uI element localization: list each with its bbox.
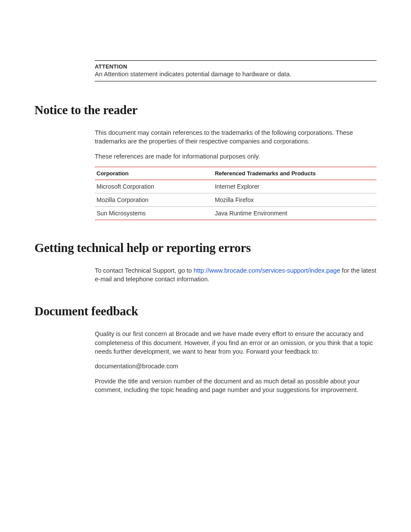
heading-support: Getting technical help or reporting erro… xyxy=(34,241,377,255)
attention-text: An Attention statement indicates potenti… xyxy=(95,71,377,78)
table-header-corporation: Corporation xyxy=(95,167,213,180)
support-link[interactable]: http://www.brocade.com/services-support/… xyxy=(193,267,340,274)
section-feedback: Document feedback Quality is our first c… xyxy=(34,304,377,394)
attention-box: ATTENTION An Attention statement indicat… xyxy=(95,60,377,81)
feedback-paragraph-1: Quality is our first concern at Brocade … xyxy=(95,330,377,356)
trademark-table-wrap: Corporation Referenced Trademarks and Pr… xyxy=(95,167,377,220)
support-paragraph: To contact Technical Support, go to http… xyxy=(95,266,377,284)
section-support: Getting technical help or reporting erro… xyxy=(34,241,377,284)
table-cell-corporation: Sun Microsystems xyxy=(95,206,213,220)
table-row: Microsoft Corporation Internet Explorer xyxy=(95,180,377,193)
table-row: Mozilla Corporation Mozilla Firefox xyxy=(95,193,377,206)
table-header-trademarks: Referenced Trademarks and Products xyxy=(213,167,377,180)
table-row: Sun Microsystems Java Runtime Environmen… xyxy=(95,206,377,220)
feedback-paragraph-2: Provide the title and version number of … xyxy=(95,377,377,395)
attention-label: ATTENTION xyxy=(95,63,377,70)
table-cell-trademark: Java Runtime Environment xyxy=(213,206,377,220)
notice-paragraph-1: This document may contain references to … xyxy=(95,128,377,146)
table-cell-trademark: Mozilla Firefox xyxy=(213,193,377,206)
feedback-email: documentation@brocade.com xyxy=(95,362,377,370)
heading-notice: Notice to the reader xyxy=(34,103,377,117)
table-header-row: Corporation Referenced Trademarks and Pr… xyxy=(95,167,377,180)
table-cell-corporation: Microsoft Corporation xyxy=(95,180,213,193)
support-text-pre: To contact Technical Support, go to xyxy=(95,267,193,274)
heading-feedback: Document feedback xyxy=(34,304,377,318)
table-cell-trademark: Internet Explorer xyxy=(213,180,377,193)
trademark-table: Corporation Referenced Trademarks and Pr… xyxy=(95,167,377,220)
notice-paragraph-2: These references are made for informatio… xyxy=(95,152,377,161)
section-notice: Notice to the reader This document may c… xyxy=(34,103,377,220)
table-cell-corporation: Mozilla Corporation xyxy=(95,193,213,206)
